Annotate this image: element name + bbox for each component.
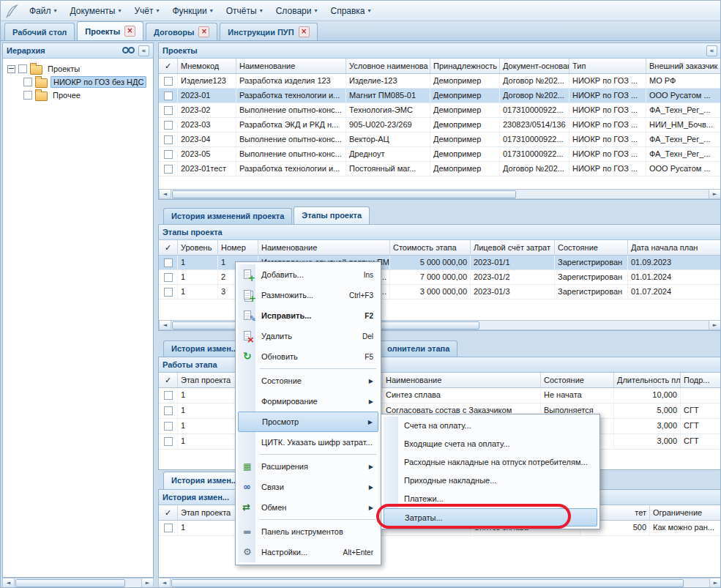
submenu-item-incoming-invoices[interactable]: Входящие счета на оплату... <box>384 435 597 453</box>
scroll-right-icon[interactable]: ► <box>709 578 721 587</box>
menu-item-duplicate[interactable]: Размножить...Ctrl+F3 <box>238 285 378 305</box>
scroll-left-icon[interactable]: ◄ <box>159 578 171 587</box>
menubar-item-documents[interactable]: Документы▾ <box>64 3 128 19</box>
close-icon[interactable]: × <box>198 26 209 37</box>
menu-item-state[interactable]: Состояние▶ <box>238 371 378 391</box>
tab-projects[interactable]: Проекты× <box>77 21 143 40</box>
project-row[interactable]: 2023-03Разработка ЭКД и РКД н...905-U020… <box>159 118 721 133</box>
select-all-column-header[interactable]: ✓ <box>159 373 178 387</box>
hierarchy-hscrollbar[interactable]: ◄ ► <box>2 578 154 588</box>
column-header[interactable]: Номер <box>218 240 258 255</box>
menu-item-settings[interactable]: Настройки...Alt+Enter <box>238 542 378 562</box>
checkbox-icon[interactable] <box>164 273 173 282</box>
menubar-item-file[interactable]: Файл▾ <box>23 3 64 19</box>
select-all-column-header[interactable]: ✓ <box>159 59 178 73</box>
column-header[interactable]: Этап проекта <box>178 373 236 387</box>
menu-item-refresh[interactable]: ОбновитьF5 <box>238 346 378 367</box>
tab-contracts[interactable]: Договоры× <box>146 23 217 40</box>
tab-project-history[interactable]: История изменений проекта <box>163 208 292 224</box>
row-select-cell[interactable] <box>159 388 178 403</box>
scrollbar-thumb[interactable] <box>15 579 125 587</box>
project-row[interactable]: 2023-02Выполнение опытно-конс...Технолог… <box>159 103 721 118</box>
tab-stage-history[interactable]: История измен... <box>163 340 246 357</box>
project-row[interactable]: 2023-01Разработка технологии и...Магнит … <box>159 89 721 103</box>
tab-instructions-pup[interactable]: Инструкции ПУП× <box>220 23 317 40</box>
tree-item-niokr-goz[interactable]: НИОКР по ГОЗ без НДС <box>4 75 152 89</box>
checkbox-icon[interactable] <box>164 391 173 400</box>
tree-item-projects[interactable]: Проекты <box>4 62 152 75</box>
column-header[interactable]: Наименование <box>258 240 390 255</box>
checkbox-icon[interactable] <box>164 135 173 144</box>
checkbox-icon[interactable] <box>18 64 27 73</box>
checkbox-icon[interactable] <box>164 288 173 297</box>
column-header[interactable]: Ограничение <box>650 505 721 520</box>
select-all-column-header[interactable]: ✓ <box>159 505 178 520</box>
menu-item-extensions[interactable]: Расширения▶ <box>238 456 378 477</box>
checkbox-icon[interactable] <box>164 165 173 174</box>
submenu-item-costs[interactable]: Затраты... <box>384 508 597 526</box>
row-select-cell[interactable] <box>159 270 178 284</box>
checkbox-icon[interactable] <box>164 121 173 130</box>
column-header[interactable]: Дата начала план <box>628 240 721 255</box>
menubar-item-dictionaries[interactable]: Словари▾ <box>269 3 324 19</box>
scroll-left-icon[interactable]: ◄ <box>3 578 15 587</box>
menu-item-view[interactable]: Просмотр▶ <box>238 412 378 432</box>
checkbox-icon[interactable] <box>164 92 173 100</box>
checkbox-icon[interactable] <box>164 150 173 159</box>
scrollbar-thumb[interactable] <box>171 579 684 587</box>
column-header[interactable]: Наименование <box>236 59 346 73</box>
column-header[interactable]: Документ-основан <box>500 59 569 73</box>
submenu-item-outgoing-waybills[interactable]: Расходные накладные на отпуск потребител… <box>384 453 597 472</box>
menubar-item-accounting[interactable]: Учёт▾ <box>127 3 165 19</box>
row-select-cell[interactable] <box>159 89 178 103</box>
project-row[interactable]: 2023-01тестРазработка технологии и...Пос… <box>159 162 721 176</box>
project-row[interactable]: Изделие123Разработка изделия 123Изделие-… <box>159 74 721 89</box>
column-header[interactable]: Лицевой счёт затрат <box>471 240 555 255</box>
column-header[interactable]: Тип <box>569 59 646 73</box>
row-select-cell[interactable] <box>159 434 178 449</box>
column-header[interactable]: Принадлежность <box>430 59 500 73</box>
collapse-panel-icon[interactable]: « <box>138 45 149 56</box>
checkbox-icon[interactable] <box>23 91 32 100</box>
select-all-column-header[interactable]: ✓ <box>159 240 178 255</box>
collapse-panel-icon[interactable]: « <box>706 45 717 56</box>
scroll-left-icon[interactable]: ◄ <box>160 190 171 198</box>
row-select-cell[interactable] <box>159 162 178 176</box>
menu-item-citk-cost-code[interactable]: ЦИТК. Указать шифр затрат... <box>238 432 378 453</box>
row-select-cell[interactable] <box>159 521 178 535</box>
checkbox-icon[interactable] <box>164 437 173 446</box>
row-select-cell[interactable] <box>159 256 178 269</box>
project-row[interactable]: 2023-04Выполнение опытно-конс...Вектор-А… <box>159 133 721 147</box>
column-header[interactable]: Этап проекта <box>178 505 236 520</box>
column-header[interactable]: Наименование <box>383 373 541 387</box>
checkbox-icon[interactable] <box>164 406 173 415</box>
row-select-cell[interactable] <box>159 74 178 88</box>
column-header[interactable]: Подр... <box>681 373 721 387</box>
column-header[interactable]: Уровень <box>178 240 218 255</box>
column-header[interactable]: Условное наименова <box>346 59 430 73</box>
menubar-item-help[interactable]: Справка▾ <box>324 3 377 19</box>
row-select-cell[interactable] <box>159 133 178 146</box>
search-icon[interactable] <box>122 46 135 55</box>
checkbox-icon[interactable] <box>164 258 173 267</box>
close-icon[interactable]: × <box>124 26 135 37</box>
row-select-cell[interactable] <box>159 285 178 299</box>
menu-item-edit[interactable]: Исправить...F2 <box>238 305 378 326</box>
submenu-item-payments[interactable]: Платежи... <box>384 490 597 508</box>
menubar-item-reports[interactable]: Отчёты▾ <box>220 3 269 19</box>
column-header[interactable]: Внешний заказчик <box>646 59 721 73</box>
menubar-item-functions[interactable]: Функции▾ <box>165 3 219 19</box>
menu-item-forming[interactable]: Формирование▶ <box>238 391 378 412</box>
main-hscrollbar[interactable]: ◄ ► <box>158 578 721 588</box>
tab-work-history[interactable]: История измен... <box>163 472 246 489</box>
row-select-cell[interactable] <box>159 403 178 418</box>
column-header[interactable]: Состояние <box>555 240 628 255</box>
close-icon[interactable]: × <box>299 26 310 37</box>
menu-item-delete[interactable]: УдалитьDel <box>238 326 378 346</box>
column-header[interactable]: Мнемокод <box>178 59 236 73</box>
scroll-left-icon[interactable]: ◄ <box>160 321 171 330</box>
scroll-right-icon[interactable]: ► <box>709 190 720 198</box>
scrollbar-thumb[interactable] <box>172 190 516 198</box>
column-header[interactable]: Состояние <box>541 373 614 387</box>
submenu-item-invoices[interactable]: Счета на оплату... <box>384 417 597 435</box>
